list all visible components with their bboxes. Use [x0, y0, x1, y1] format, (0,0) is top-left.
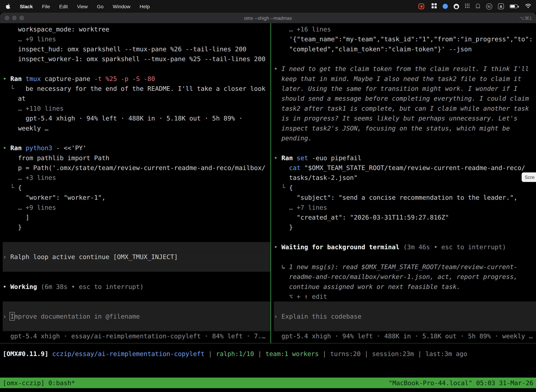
menu-file[interactable]: File [42, 4, 50, 9]
text-segment: readme-and-reco/mailbox/worker-1.json, a… [274, 273, 517, 280]
dots-grid-icon[interactable] [465, 3, 470, 9]
terminal-line: later. Using the same for transition mig… [274, 84, 536, 93]
text-segment: tmux [25, 75, 44, 82]
terminal-line: "completed","claim_token":"claim-token"}… [274, 44, 536, 54]
text-segment: capture-pane [45, 75, 94, 82]
prompt-input-row[interactable]: › Explain this codebase [274, 311, 536, 321]
traffic-lights [5, 13, 24, 23]
terminal-line: "worker": "worker-1", [3, 192, 270, 202]
terminal-line: ⌥ + ↑ edit [274, 292, 536, 301]
terminal-line: └ be necessary for the end of the README… [3, 84, 270, 93]
pane-footer-row: gpt-5.4 xhigh · 94% left · 488K in · 5.1… [274, 331, 536, 341]
prompt-chevron: › [3, 253, 10, 261]
terminal-line: "created_at": "2026-03-31T11:59:27.816Z" [274, 212, 536, 222]
terminal-line: inspect_hud: omx sparkshell --tmux-pane … [3, 44, 270, 54]
terminal-line [3, 232, 270, 242]
terminal-line [3, 321, 270, 331]
tree-branch: └ [3, 85, 26, 92]
text-segment: { [289, 184, 293, 191]
terminal-line [274, 321, 536, 331]
terminal-line [274, 301, 536, 311]
terminal-line: should send a message before completing … [274, 93, 536, 103]
bullet: • [3, 144, 10, 152]
tmux-status-bar: [omx-cczip] 0:bash* "MacBook-Pro-44.loca… [0, 378, 536, 388]
menu-go[interactable]: Go [97, 4, 104, 9]
terminal-line: └ { [274, 183, 536, 192]
text-segment: -euo pipefail [312, 154, 361, 162]
text-segment: Ran [281, 154, 297, 162]
blue-dot-icon[interactable] [443, 4, 448, 9]
minimize-button[interactable] [12, 16, 16, 20]
working-status-row: • Working (6m 38s • esc to interrupt) [3, 282, 270, 292]
battery-percent-badge[interactable]: 61 [486, 3, 492, 9]
terminal-line: continue assigned work or next feasible … [274, 282, 536, 292]
terminal-line: • Ran set -euo pipefail [274, 153, 536, 163]
text-segment: } [3, 224, 22, 231]
menu-help[interactable]: Help [140, 4, 150, 9]
prompt-input-row[interactable]: › Improve documentation in @filename [3, 311, 270, 321]
menu-window[interactable]: Window [113, 4, 130, 9]
text-segment: mprove documentation in @filename [14, 313, 140, 320]
terminal-line: inspect task2's JSON, focusing on the st… [274, 123, 536, 133]
menu-bar-left: Slack File Edit View Go Window Help [0, 3, 150, 9]
text-segment: - <<'PY' [56, 144, 86, 152]
terminal-line: … +9 lines [3, 202, 270, 212]
text-segment: | [205, 350, 216, 357]
text-segment: … +16 lines [274, 26, 331, 33]
text-segment: Ran [10, 144, 26, 152]
waiting-status-row: • Waiting for background terminal (3m 46… [274, 242, 536, 252]
terminal-line: … +9 lines [3, 34, 270, 44]
window-title-bar[interactable]: omx --xhigh --madmax ⌥⌘1 [0, 13, 536, 23]
text-segment: 1 new msg(s): read $OMX_TEAM_STATE_ROOT/… [289, 263, 517, 271]
terminal-line [3, 301, 270, 311]
terminal-line [3, 292, 270, 301]
menu-bar-status-area: 61 A [418, 3, 536, 9]
text-segment: weekly … [3, 125, 48, 132]
terminal-line: weekly … [3, 123, 270, 133]
bullet: • [3, 283, 10, 290]
terminal-window: workspace_mode: worktree … +9 lines insp… [0, 23, 536, 378]
session-time: session:23m [372, 350, 414, 357]
window-shortcut-hint: ⌥⌘1 [519, 15, 532, 21]
text-segment: … +9 lines [3, 204, 56, 211]
text-segment: (6m 38s • esc to interrupt) [41, 283, 144, 290]
terminal-line [274, 252, 536, 262]
text-segment: Working [10, 283, 41, 290]
terminal-line: tasks/task-2.json" [274, 173, 536, 183]
text-segment: } [274, 224, 293, 231]
text-segment: keep that in mind. Maybe I also need the… [274, 75, 521, 82]
terminal-line: • I need to get the claim token from the… [274, 64, 536, 74]
keyboard-layout-icon[interactable]: A [498, 3, 504, 9]
screen-record-icon[interactable] [418, 3, 424, 9]
omx-status-line: [OMX#0.11.9] cczip/essay/ai-reimplementa… [3, 349, 467, 359]
battery-icon[interactable] [510, 5, 517, 8]
tree-branch: └ [274, 184, 289, 191]
menu-view[interactable]: View [77, 4, 88, 9]
text-segment: "created_at": "2026-03-31T11:59:27.816Z" [274, 214, 449, 221]
terminal-line: is in progress? It seems likely but perh… [274, 113, 536, 123]
battery-fill [510, 5, 515, 8]
wifi-icon[interactable] [525, 3, 531, 9]
screen-pill-button[interactable]: Scre [522, 173, 536, 182]
text-segment: gpt-5.4 xhigh · essay/ai-reimplementatio… [3, 332, 266, 340]
text-segment: be necessary for the end of the README. … [25, 85, 265, 92]
menu-edit[interactable]: Edit [59, 4, 68, 9]
terminal-line: } [274, 222, 536, 232]
apple-menu-icon[interactable] [5, 3, 10, 9]
left-pane[interactable]: workspace_mode: worktree … +9 lines insp… [0, 23, 270, 343]
bullet: • [3, 75, 10, 82]
text-segment: python3 [25, 144, 56, 152]
close-button[interactable] [5, 16, 9, 20]
text-segment: … +7 lines [274, 204, 327, 211]
text-segment: "subject": "send a concise recommendatio… [274, 194, 517, 201]
zoom-button[interactable] [19, 16, 24, 20]
grid-icon[interactable] [431, 3, 437, 9]
circle-app-icon[interactable] [454, 4, 459, 9]
tmux-session-window[interactable]: [omx-cczip] 0:bash* [3, 378, 75, 388]
active-app-menu[interactable]: Slack [20, 4, 33, 9]
text-segment: from pathlib import Path [3, 154, 109, 162]
ghost-icon[interactable] [475, 3, 480, 9]
right-pane[interactable]: … +16 lines '{"team_name":"my-team","tas… [271, 23, 536, 343]
terminal-line: readme-and-reco/mailbox/worker-1.json, a… [274, 272, 536, 281]
text-segment: | [254, 350, 266, 357]
